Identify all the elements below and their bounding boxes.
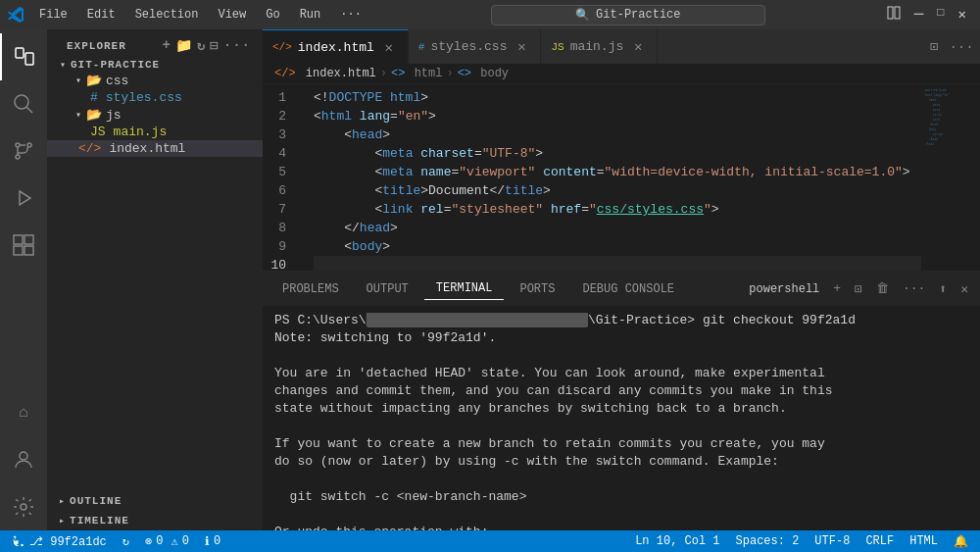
status-encoding[interactable]: UTF-8 bbox=[810, 530, 854, 552]
account-activity-icon[interactable] bbox=[0, 436, 47, 483]
breadcrumb-sep-1: › bbox=[380, 67, 387, 80]
line-num-8: 8 bbox=[263, 219, 294, 237]
explorer-activity-icon[interactable] bbox=[0, 33, 47, 80]
tabs-bar: </> index.html ✕ # styles.css ✕ JS main.… bbox=[263, 29, 980, 64]
svg-point-4 bbox=[15, 95, 28, 109]
warning-icon: ⚠ bbox=[171, 534, 177, 549]
status-position[interactable]: Ln 10, Col 1 bbox=[631, 530, 723, 552]
menu-file[interactable]: File bbox=[31, 6, 75, 24]
status-line-ending[interactable]: CRLF bbox=[861, 530, 898, 552]
more-tabs-button[interactable]: ··· bbox=[951, 36, 972, 58]
tab-main-js[interactable]: JS main.js ✕ bbox=[541, 29, 658, 64]
editor-content[interactable]: 1 2 3 4 5 6 7 8 9 10 11 12 13 <!DOCTYPE … bbox=[263, 84, 980, 271]
svg-point-6 bbox=[16, 143, 20, 147]
language-label: HTML bbox=[909, 534, 938, 548]
css-folder-label: css bbox=[106, 74, 128, 88]
folder-open-icon: 📂 bbox=[86, 107, 102, 123]
breadcrumb-file-label: index.html bbox=[306, 67, 376, 80]
tab-styles-css-label: styles.css bbox=[430, 39, 507, 54]
breadcrumb-body-icon: <> bbox=[458, 67, 471, 80]
bell-icon: 🔔 bbox=[954, 534, 968, 549]
source-control-activity-icon[interactable] bbox=[0, 127, 47, 175]
menu-run[interactable]: Run bbox=[292, 6, 329, 24]
terminal-kill-button[interactable]: 🗑 bbox=[872, 279, 893, 298]
window-controls: ─ □ ✕ bbox=[887, 6, 972, 24]
menu-go[interactable]: Go bbox=[258, 6, 287, 24]
breadcrumb-html-tag[interactable]: <> html bbox=[391, 67, 442, 80]
terminal-more-button[interactable]: ··· bbox=[899, 279, 929, 298]
code-editor[interactable]: <!DOCTYPE html> <html lang="en"> <head> … bbox=[302, 84, 921, 271]
terminal-shell-label: powershell bbox=[745, 282, 823, 296]
tab-output[interactable]: OUTPUT bbox=[355, 278, 420, 300]
terminal-close-button[interactable]: ✕ bbox=[956, 279, 972, 299]
tab-index-html[interactable]: </> index.html ✕ bbox=[263, 29, 409, 64]
position-label: Ln 10, Col 1 bbox=[635, 534, 719, 548]
timeline-section[interactable]: ▸ TIMELINE bbox=[47, 511, 263, 530]
sidebar-actions: + 📁 ↻ ⊟ ··· bbox=[163, 37, 252, 54]
split-editor-button[interactable]: ⊡ bbox=[923, 36, 945, 58]
breadcrumb-file[interactable]: </> index.html bbox=[274, 67, 376, 80]
terminal-line-13: Or undo this operation with: bbox=[274, 524, 968, 530]
terminal-split-button[interactable]: ⊡ bbox=[851, 279, 866, 299]
tree-item-css-folder[interactable]: ▾ 📂 css bbox=[47, 72, 263, 89]
line-num-7: 7 bbox=[263, 200, 294, 219]
terminal-line-7 bbox=[274, 418, 968, 435]
new-folder-button[interactable]: 📁 bbox=[175, 37, 193, 54]
tab-styles-css[interactable]: # styles.css ✕ bbox=[409, 29, 542, 64]
status-errors[interactable]: ⊗ 0 ⚠ 0 bbox=[141, 530, 193, 552]
tree-item-index-html[interactable]: </> index.html bbox=[47, 140, 263, 157]
status-info-count[interactable]: ℹ 0 bbox=[201, 530, 224, 552]
terminal-content[interactable]: PS C:\Users\████████████████████████████… bbox=[263, 306, 980, 530]
debug-activity-icon[interactable] bbox=[0, 175, 47, 222]
new-file-button[interactable]: + bbox=[163, 37, 172, 54]
search-activity-icon[interactable] bbox=[0, 80, 47, 127]
more-actions-button[interactable]: ··· bbox=[223, 37, 251, 54]
remote-activity-icon[interactable]: ⌂ bbox=[0, 389, 47, 436]
tree-root[interactable]: ▾ GIT-PRACTICE bbox=[47, 58, 263, 72]
tree-item-styles-css[interactable]: # styles.css bbox=[47, 89, 263, 106]
tab-close-index-html[interactable]: ✕ bbox=[380, 38, 398, 56]
status-language[interactable]: HTML bbox=[906, 530, 942, 552]
tab-debug-console[interactable]: DEBUG CONSOLE bbox=[570, 278, 686, 300]
settings-activity-icon[interactable] bbox=[0, 483, 47, 530]
search-text[interactable]: Git-Practice bbox=[596, 8, 680, 22]
code-line-10[interactable] bbox=[314, 256, 921, 271]
refresh-button[interactable]: ↻ bbox=[197, 37, 206, 54]
chevron-right-icon: ▸ bbox=[59, 495, 66, 507]
status-notifications[interactable]: 🔔 bbox=[950, 530, 972, 552]
menu-more[interactable]: ··· bbox=[332, 6, 369, 24]
tree-item-js-folder[interactable]: ▾ 📂 js bbox=[47, 106, 263, 124]
chevron-down-icon: ▾ bbox=[71, 75, 86, 86]
maximize-button[interactable]: □ bbox=[937, 6, 944, 24]
status-spaces[interactable]: Spaces: 2 bbox=[732, 530, 804, 552]
svg-rect-2 bbox=[16, 48, 24, 58]
menu-selection[interactable]: Selection bbox=[127, 6, 207, 24]
tab-close-styles-css[interactable]: ✕ bbox=[513, 38, 530, 56]
tab-close-main-js[interactable]: ✕ bbox=[629, 38, 647, 56]
status-sync[interactable]: ↻ bbox=[119, 530, 133, 552]
tab-ports[interactable]: PORTS bbox=[508, 278, 566, 300]
minimap-content: DOCTYPE html html lang="en" head meta me… bbox=[921, 84, 980, 151]
vscode-icon bbox=[8, 7, 24, 23]
terminal-maximize-button[interactable]: ⬆ bbox=[935, 279, 951, 299]
menu-view[interactable]: View bbox=[210, 6, 254, 24]
outline-section[interactable]: ▸ OUTLINE bbox=[47, 491, 263, 511]
terminal-line-5: changes and commit them, and you can dis… bbox=[274, 382, 968, 400]
code-line-7: <link rel="stylesheet" href="css/styles.… bbox=[314, 200, 921, 219]
tree-item-main-js[interactable]: JS main.js bbox=[47, 124, 263, 140]
tab-terminal[interactable]: TERMINAL bbox=[424, 277, 505, 300]
close-button[interactable]: ✕ bbox=[958, 6, 966, 24]
new-terminal-button[interactable]: + bbox=[829, 279, 845, 298]
svg-point-15 bbox=[21, 504, 26, 510]
status-branch[interactable]: ⎇ 99f2a1dc bbox=[8, 530, 111, 552]
menu-edit[interactable]: Edit bbox=[79, 6, 123, 24]
tab-problems[interactable]: PROBLEMS bbox=[270, 278, 351, 300]
branch-label: ⎇ 99f2a1dc bbox=[29, 534, 107, 549]
breadcrumb-body-tag[interactable]: <> body bbox=[458, 67, 509, 80]
breadcrumb-tag-icon: <> bbox=[391, 67, 405, 80]
collapse-button[interactable]: ⊟ bbox=[210, 37, 219, 54]
minimize-button[interactable]: ─ bbox=[914, 6, 924, 24]
folder-open-icon: 📂 bbox=[86, 73, 102, 88]
layout-icon[interactable] bbox=[887, 6, 901, 20]
extensions-activity-icon[interactable] bbox=[0, 222, 47, 269]
